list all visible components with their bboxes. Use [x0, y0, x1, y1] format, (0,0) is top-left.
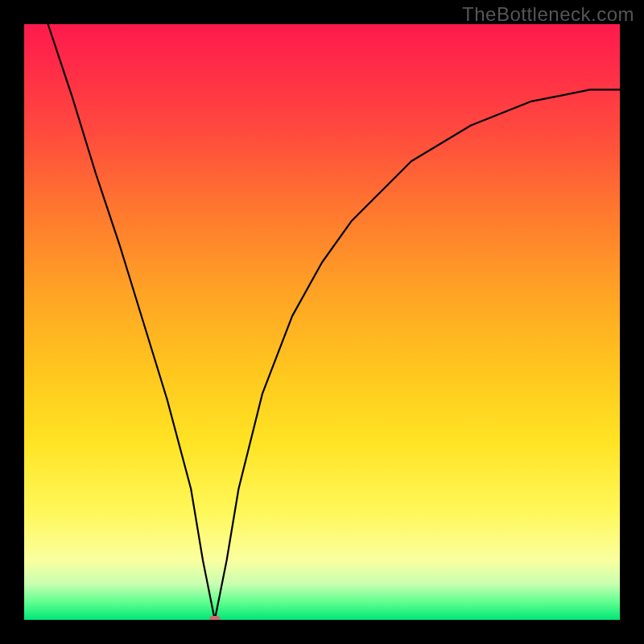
watermark-text: TheBottleneck.com — [462, 3, 634, 26]
plot-area — [24, 24, 620, 620]
bottleneck-curve — [24, 24, 620, 620]
chart-frame: TheBottleneck.com — [0, 0, 644, 644]
optimal-marker — [209, 616, 220, 620]
curve-path — [48, 24, 620, 620]
